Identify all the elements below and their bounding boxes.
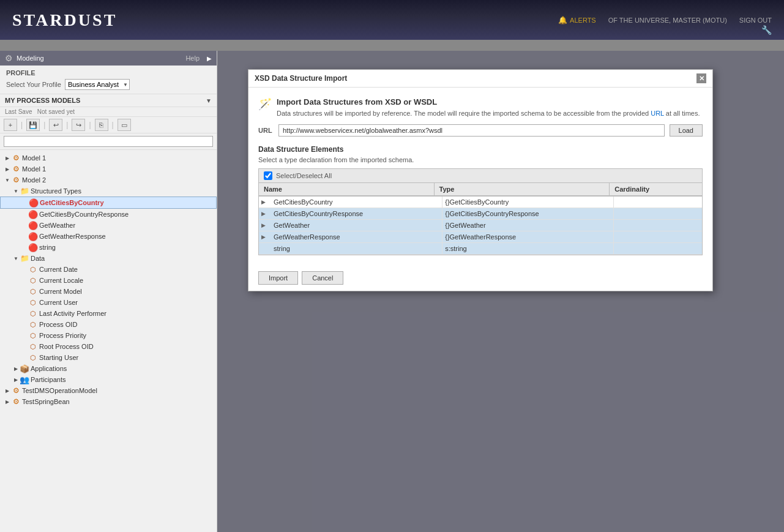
select-all-row[interactable]: Select/Deselect All xyxy=(259,169,702,183)
tree-toggle: ▶ xyxy=(4,154,11,162)
profile-select-wrapper[interactable]: Business Analyst Developer Admin xyxy=(65,79,130,90)
copy-btn[interactable]: ⎘ xyxy=(95,119,108,131)
table-row[interactable]: string s:string xyxy=(259,243,702,255)
tree-item-current-user[interactable]: ⬡ Current User xyxy=(0,297,217,308)
row-toggle: ▶ xyxy=(259,220,271,230)
tree-toggle xyxy=(21,288,28,295)
struct-icon: 🔴 xyxy=(28,242,38,252)
row-type: {}GetCitiesByCountryResponse xyxy=(442,208,614,219)
tree-toggle xyxy=(21,233,28,240)
tree-toggle xyxy=(21,199,29,206)
tree-item-data[interactable]: ▼ 📁 Data xyxy=(0,253,217,264)
tree-item-string[interactable]: 🔴 string xyxy=(0,242,217,253)
tree-item-starting-user[interactable]: ⬡ Starting User xyxy=(0,352,217,363)
import-title: Import Data Structures from XSD or WSDL xyxy=(277,97,700,107)
tree-label: Last Activity Performer xyxy=(39,310,106,317)
signout-link[interactable]: SIGN OUT xyxy=(739,17,772,24)
row-card xyxy=(614,247,702,250)
struct-icon: 🔴 xyxy=(28,231,38,241)
save-btn[interactable]: 💾 xyxy=(26,119,40,131)
tree-item-current-model[interactable]: ⬡ Current Model xyxy=(0,286,217,297)
search-input[interactable] xyxy=(4,136,213,147)
load-button[interactable]: Load xyxy=(670,124,703,137)
screen-btn[interactable]: ▭ xyxy=(118,119,131,131)
tree-item-test-spring[interactable]: ▶ ⚙ TestSpringBean xyxy=(0,396,217,407)
tree-item-getWeather[interactable]: 🔴 GetWeather xyxy=(0,220,217,231)
tree-item-getCitiesByCountryResponse[interactable]: 🔴 GetCitiesByCountryResponse xyxy=(0,209,217,220)
tree-item-current-date[interactable]: ⬡ Current Date xyxy=(0,264,217,275)
tree-label: Current Locale xyxy=(39,277,83,284)
tree-item-model2[interactable]: ▼ ⚙ Model 2 xyxy=(0,174,217,185)
undo-btn[interactable]: ↩ xyxy=(49,119,62,131)
model-icon: ⚙ xyxy=(11,175,21,185)
dialog-titlebar: XSD Data Structure Import ✕ xyxy=(248,70,712,88)
tree-item-model1a[interactable]: ▶ ⚙ Model 1 xyxy=(0,152,217,163)
tree-label: TestSpringBean xyxy=(22,398,70,405)
row-name: GetWeather xyxy=(271,220,442,231)
participants-icon: 👥 xyxy=(20,375,29,384)
data-icon: ⬡ xyxy=(28,309,38,318)
tree-item-applications[interactable]: ▶ 📦 Applications xyxy=(0,363,217,374)
help-link[interactable]: Help xyxy=(185,54,200,62)
settings-icon[interactable] xyxy=(761,25,772,35)
dialog-footer: Import Cancel xyxy=(248,265,712,291)
data-struct-title: Data Structure Elements xyxy=(258,145,703,154)
profile-select[interactable]: Business Analyst Developer Admin xyxy=(65,79,130,90)
struct-icon: 🔴 xyxy=(28,220,38,230)
tree-item-getCitiesByCountry[interactable]: 🔴 GetCitiesByCountry xyxy=(0,197,217,209)
tree-toggle: ▶ xyxy=(12,365,20,372)
tree-label: string xyxy=(39,244,56,251)
tree-toggle xyxy=(21,244,28,251)
tree-item-current-locale[interactable]: ⬡ Current Locale xyxy=(0,275,217,286)
my-process-arrow[interactable]: ▼ xyxy=(206,97,212,104)
tree-label: Model 1 xyxy=(22,165,46,173)
url-input[interactable] xyxy=(278,124,665,137)
main-layout: ⚙ Modeling Help ▶ PROFILE Select Your Pr… xyxy=(0,51,784,532)
row-type: {}GetCitiesByCountry xyxy=(442,197,614,208)
tree-toggle: ▶ xyxy=(4,387,11,394)
add-btn[interactable]: + xyxy=(4,119,17,131)
tree-item-process-oid[interactable]: ⬡ Process OID xyxy=(0,319,217,330)
alerts-link[interactable]: ALERTS xyxy=(558,16,596,24)
tree-item-test-dms[interactable]: ▶ ⚙ TestDMSOperationModel xyxy=(0,385,217,396)
tree-item-root-process-oid[interactable]: ⬡ Root Process OID xyxy=(0,341,217,352)
model-icon: ⚙ xyxy=(11,386,21,395)
dialog-close-btn[interactable]: ✕ xyxy=(696,73,706,83)
tree-item-model1b[interactable]: ▶ ⚙ Model 1 xyxy=(0,163,217,174)
data-icon: ⬡ xyxy=(28,353,38,362)
tree-container: ▶ ⚙ Model 1 ▶ ⚙ Model 1 ▼ ⚙ Model 2 ▼ 📁 … xyxy=(0,150,217,532)
table-row[interactable]: ▶ GetCitiesByCountry {}GetCitiesByCountr… xyxy=(259,197,702,208)
tree-item-participants[interactable]: ▶ 👥 Participants xyxy=(0,374,217,385)
tree-label: Applications xyxy=(31,365,67,372)
tree-toggle xyxy=(21,266,28,273)
data-icon: ⬡ xyxy=(28,298,38,307)
content-area: XSD Data Structure Import ✕ 🪄 Import Dat… xyxy=(217,51,784,532)
table-row[interactable]: ▶ GetCitiesByCountryResponse {}GetCities… xyxy=(259,208,702,220)
tree-label: GetCitiesByCountry xyxy=(40,199,104,206)
xsd-import-dialog: XSD Data Structure Import ✕ 🪄 Import Dat… xyxy=(248,69,713,291)
cancel-button[interactable]: Cancel xyxy=(302,271,343,285)
toolbar-row: + | 💾 | ↩ | ↪ | ⎘ | ▭ xyxy=(0,117,217,133)
redo-btn[interactable]: ↪ xyxy=(72,119,85,131)
sidebar-header: ⚙ Modeling Help ▶ xyxy=(0,51,217,66)
tree-item-process-priority[interactable]: ⬡ Process Priority xyxy=(0,330,217,341)
tree-item-last-activity[interactable]: ⬡ Last Activity Performer xyxy=(0,308,217,319)
data-icon: ⬡ xyxy=(28,287,38,296)
apps-icon: 📦 xyxy=(20,364,29,373)
table-row[interactable]: ▶ GetWeatherResponse {}GetWeatherRespons… xyxy=(259,231,702,243)
import-button[interactable]: Import xyxy=(258,271,298,285)
tree-item-getWeatherResponse[interactable]: 🔴 GetWeatherResponse xyxy=(0,231,217,242)
sidebar-collapse-btn[interactable]: ▶ xyxy=(207,55,212,62)
table-row[interactable]: ▶ GetWeather {}GetWeather xyxy=(259,220,702,231)
header: Stardust ALERTS OF THE UNIVERSE, MASTER … xyxy=(0,0,784,40)
import-wand-icon: 🪄 xyxy=(258,97,272,111)
tree-toggle: ▶ xyxy=(4,398,11,405)
struct-icon: 🔴 xyxy=(29,198,39,208)
data-folder-icon: 📁 xyxy=(20,253,29,263)
select-all-checkbox[interactable] xyxy=(264,171,272,180)
dialog-body: 🪄 Import Data Structures from XSD or WSD… xyxy=(248,88,712,265)
my-process-section: MY PROCESS MODELS ▼ xyxy=(0,94,217,107)
search-row xyxy=(0,133,217,150)
tree-item-structured-types[interactable]: ▼ 📁 Structured Types xyxy=(0,185,217,197)
tree-label: Current User xyxy=(39,299,78,306)
